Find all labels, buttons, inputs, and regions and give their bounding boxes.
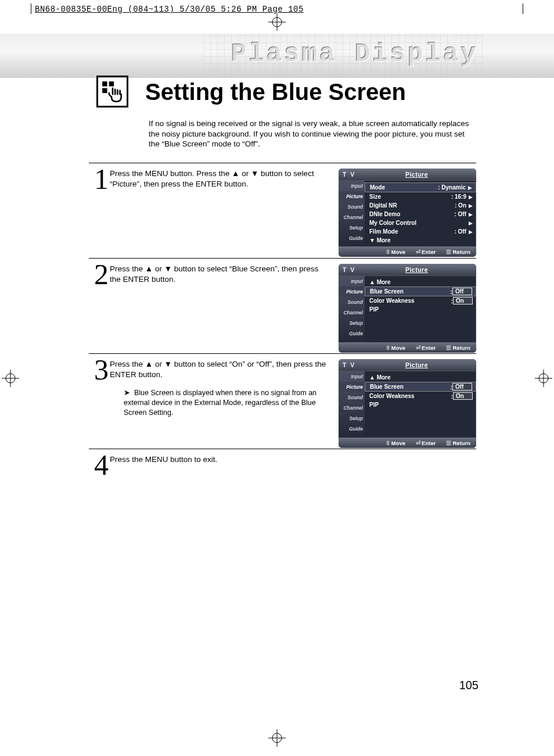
osd-row: Color Weakness: On <box>369 392 473 400</box>
divider <box>89 258 476 259</box>
intro-paragraph: If no signal is being received or the si… <box>149 119 473 149</box>
caret-right-icon: ▶ <box>468 185 472 191</box>
caret-right-icon: ▶ <box>469 220 473 226</box>
osd-row: Size: 16:9▶ <box>369 192 473 201</box>
osd-sidebar-channel: Channel <box>339 307 365 318</box>
chapter-banner: Plasma Display <box>0 34 554 78</box>
osd-row-label: ▲ More <box>369 374 470 381</box>
osd-row-label: Color Weakness <box>369 393 451 399</box>
step-3-text: Press the ▲ or ▼ button to select “On” o… <box>110 359 328 380</box>
osd-row: PIP <box>369 305 473 314</box>
osd-sidebar-setup: Setup <box>339 413 365 424</box>
osd-row: Mode: Dynamic▶ <box>365 182 476 192</box>
osd-row: PIP <box>369 400 473 409</box>
osd-title: Picture <box>369 171 465 178</box>
caret-right-icon: ▶ <box>469 203 473 209</box>
caret-right-icon: ▶ <box>469 194 473 200</box>
osd-row: My Color Control▶ <box>369 218 473 227</box>
osd-tv-label: T V <box>339 361 369 368</box>
osd-sidebar-sound: Sound <box>339 297 365 307</box>
step-4-text: Press the MENU button to exit. <box>110 454 328 465</box>
osd-row-label: Blue Screen <box>370 384 451 390</box>
banner-title: Plasma Display <box>231 40 479 69</box>
divider <box>89 163 476 163</box>
osd-row-label: Film Mode <box>369 228 454 235</box>
osd-row: Digital NR: On▶ <box>369 201 473 210</box>
osd-footer: ⇳Move ⏎Enter ☰Return <box>339 438 476 448</box>
note-arrow-icon: ➤ <box>124 388 134 398</box>
osd-row-label: My Color Control <box>369 220 466 226</box>
step-number-1: 1 <box>89 166 109 192</box>
step-1-text: Press the MENU button. Press the ▲ or ▼ … <box>110 169 328 189</box>
osd-sidebar-guide: Guide <box>339 328 365 339</box>
osd-footer: ⇳Move ⏎Enter ☰Return <box>339 342 476 353</box>
osd-sidebar-picture: Picture <box>339 382 365 392</box>
osd-row: ▲ More <box>369 278 473 286</box>
svg-rect-14 <box>102 88 107 92</box>
divider <box>89 449 476 449</box>
osd-row-value: On <box>453 392 473 400</box>
osd-sidebar-input: Input <box>339 276 365 286</box>
osd-sidebar-input: Input <box>339 181 365 191</box>
osd-sidebar-guide: Guide <box>339 233 365 243</box>
osd-row: Blue Screen: Off <box>365 382 476 392</box>
osd-sidebar-setup: Setup <box>339 318 365 328</box>
osd-sidebar-channel: Channel <box>339 403 365 413</box>
registration-mark-left <box>2 370 19 387</box>
osd-sidebar-setup: Setup <box>339 223 365 233</box>
osd-sidebar-sound: Sound <box>339 202 365 212</box>
osd-screenshot-3: T VPicture InputPictureSoundChannelSetup… <box>339 359 476 448</box>
osd-title: Picture <box>369 266 465 273</box>
osd-row-value: : Dynamic <box>438 184 468 191</box>
osd-row-label: PIP <box>369 402 470 408</box>
osd-sidebar-guide: Guide <box>339 424 365 434</box>
osd-row: Color Weakness: On <box>369 296 473 305</box>
osd-row: DNIe Demo: Off▶ <box>369 210 473 218</box>
osd-screenshot-1: T VPicture InputPictureSoundChannelSetup… <box>339 169 476 257</box>
divider <box>89 353 476 354</box>
registration-mark-top <box>268 13 286 31</box>
osd-sidebar-channel: Channel <box>339 212 365 223</box>
caret-right-icon: ▶ <box>469 212 473 217</box>
osd-title: Picture <box>369 361 465 368</box>
step-number-2: 2 <box>89 261 109 288</box>
osd-row-label: Size <box>369 194 451 200</box>
osd-footer: ⇳Move ⏎Enter ☰Return <box>339 246 476 257</box>
osd-row-label: Mode <box>370 184 438 191</box>
osd-sidebar: InputPictureSoundChannelSetupGuide <box>339 371 365 438</box>
osd-row-value: : Off <box>454 211 469 217</box>
osd-row: ▲ More <box>369 373 473 382</box>
osd-row-value: : On <box>455 202 469 209</box>
osd-row-label: ▲ More <box>369 279 470 285</box>
page-title: Setting the Blue Screen <box>145 79 406 105</box>
osd-row: Blue Screen: Off <box>365 286 476 296</box>
osd-row-value: Off <box>452 383 472 390</box>
caret-right-icon: ▶ <box>469 229 473 235</box>
osd-menu-list: ▲ MoreBlue Screen: OffColor Weakness: On… <box>365 276 476 342</box>
osd-row: Film Mode: Off▶ <box>369 227 473 236</box>
osd-menu-list: Mode: Dynamic▶Size: 16:9▶Digital NR: On▶… <box>365 181 476 246</box>
osd-row-label: PIP <box>369 306 470 313</box>
osd-row-value: : 16:9 <box>451 194 469 200</box>
osd-row-label: DNIe Demo <box>369 211 454 217</box>
osd-screenshot-2: T VPicture InputPictureSoundChannelSetup… <box>339 264 476 353</box>
osd-sidebar: InputPictureSoundChannelSetupGuide <box>339 276 365 342</box>
osd-row-value: Off <box>452 288 472 295</box>
step-number-3: 3 <box>89 357 109 383</box>
osd-row-value: On <box>453 297 473 304</box>
osd-row-label: ▼ More <box>369 237 470 243</box>
print-slug: BN68-00835E-00Eng_(084~113) 5/30/05 5:26… <box>35 5 304 14</box>
osd-sidebar: InputPictureSoundChannelSetupGuide <box>339 181 365 246</box>
osd-tv-label: T V <box>339 171 369 178</box>
osd-row-label: Blue Screen <box>370 288 451 295</box>
osd-sidebar-picture: Picture <box>339 286 365 297</box>
osd-sidebar-sound: Sound <box>339 392 365 403</box>
svg-rect-13 <box>109 81 113 86</box>
registration-mark-bottom <box>268 729 286 747</box>
osd-sidebar-input: Input <box>339 371 365 382</box>
step-number-4: 4 <box>89 452 109 478</box>
svg-rect-12 <box>102 81 107 86</box>
osd-row: ▼ More <box>369 236 473 245</box>
osd-sidebar-picture: Picture <box>339 191 365 202</box>
registration-mark-right <box>535 370 552 387</box>
